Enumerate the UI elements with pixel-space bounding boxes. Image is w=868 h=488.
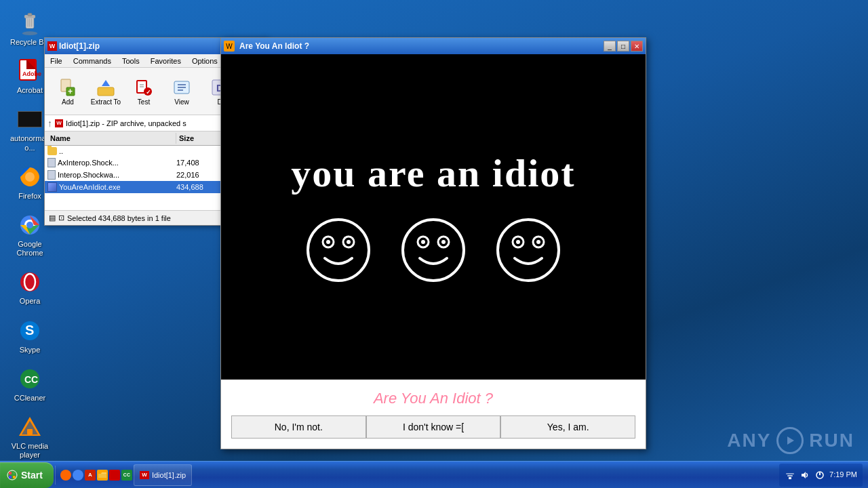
idiot-maximize-button[interactable]: □	[617, 41, 629, 52]
vlc-icon	[16, 413, 43, 441]
menu-commands[interactable]: Commands	[71, 57, 114, 65]
autonormatio-icon	[16, 106, 43, 133]
winrar-status-icon1: ▤	[49, 214, 56, 222]
desktop-icon-opera[interactable]: Opera	[7, 266, 53, 308]
tray-volume-icon	[800, 470, 810, 481]
desktop-icon-skype[interactable]: S Skype	[7, 314, 53, 357]
chrome-icon	[16, 211, 43, 239]
no-button[interactable]: No, I'm not.	[231, 415, 366, 439]
file-size-cell: 434,688	[176, 183, 224, 191]
svg-rect-61	[13, 476, 16, 479]
svg-marker-56	[787, 436, 794, 445]
svg-rect-28	[98, 87, 114, 96]
tray-network-icon	[785, 470, 795, 481]
acrobat-label: Acrobat	[17, 86, 43, 95]
svg-text:S: S	[25, 323, 34, 338]
start-button[interactable]: Start	[0, 462, 54, 488]
col-name[interactable]: Name	[47, 133, 176, 144]
exe-icon	[47, 182, 57, 192]
ccleaner-icon: CC	[16, 365, 43, 392]
svg-rect-58	[9, 472, 12, 474]
desktop-icon-vlc[interactable]: VLC media player	[7, 411, 53, 462]
firefox-icon	[16, 163, 43, 190]
anyrun-play-icon	[776, 427, 804, 454]
svg-rect-59	[13, 472, 16, 474]
opera-label: Opera	[20, 297, 41, 306]
taskbar-separator	[55, 466, 56, 485]
svg-text:Adobe: Adobe	[22, 70, 41, 77]
taskbar-right: 7:19 PM	[779, 464, 868, 487]
menu-tools[interactable]: Tools	[119, 57, 142, 65]
opera-icon	[16, 268, 43, 296]
toolbar-add-label: Add	[62, 98, 74, 106]
ccleaner-label: CCleaner	[14, 394, 45, 403]
folder-icon	[47, 147, 57, 155]
desktop-icon-ccleaner[interactable]: CC CCleaner	[7, 363, 53, 405]
idiot-black-area: you are an idiot	[221, 54, 646, 380]
start-button-label: Start	[21, 470, 43, 481]
svg-point-54	[516, 240, 520, 244]
idiot-title-icon: W	[224, 41, 235, 52]
toolbar-extractto-label: Extract To	[91, 98, 121, 106]
clock: 7:19 PM	[829, 470, 857, 479]
idiot-main-text: you are an idiot	[291, 150, 575, 196]
svg-point-45	[347, 240, 351, 244]
idiot-close-button[interactable]: ✕	[631, 41, 643, 52]
idiot-window: W Are You An Idiot ? _ □ ✕ you are an id…	[220, 37, 646, 449]
idiot-buttons-row: No, I'm not. I don't know =[ Yes, I am.	[231, 415, 635, 439]
toolbar-add-icon: +	[57, 77, 79, 98]
desktop: Recycle Bin Adobe Acrobat autonormatio..…	[0, 0, 868, 488]
toolbar-test-icon: ✓	[133, 77, 155, 98]
svg-rect-62	[789, 477, 791, 479]
toolbar-add-button[interactable]: + Add	[50, 75, 85, 107]
toolbar-view-button[interactable]: View	[164, 75, 199, 107]
taskbar-winrar-label: Idiot[1].zip	[152, 471, 186, 479]
anyrun-run-text: RUN	[809, 430, 854, 451]
anyrun-watermark: ANY RUN	[727, 427, 854, 454]
file-name-text: ..	[59, 147, 63, 155]
smiley-face-2	[399, 216, 467, 284]
firefox-label: Firefox	[18, 192, 41, 201]
menu-options[interactable]: Options	[189, 57, 220, 65]
svg-text:✓: ✓	[146, 89, 151, 96]
idiot-titlebar: W Are You An Idiot ? _ □ ✕	[221, 38, 646, 54]
svg-rect-60	[9, 476, 12, 479]
dontknow-button[interactable]: I don't know =[	[366, 415, 501, 439]
idiot-minimize-button[interactable]: _	[604, 41, 616, 52]
svg-point-0	[22, 31, 38, 35]
idiot-window-content: you are an idiot	[221, 54, 646, 449]
taskbar-apps: A CC W Idiot[1].zip	[60, 464, 192, 486]
yes-button[interactable]: Yes, I am.	[500, 415, 635, 439]
svg-rect-64	[786, 473, 794, 474]
anyrun-text: ANY	[727, 430, 771, 451]
winrar-status-icon2: ⊡	[58, 214, 64, 222]
recycle-bin-icon	[16, 9, 43, 37]
smiley-row	[304, 216, 562, 284]
svg-rect-63	[787, 475, 793, 476]
taskbar-folder-icon	[97, 470, 108, 481]
toolbar-test-label: Test	[138, 98, 150, 106]
col-size[interactable]: Size	[176, 133, 224, 144]
menu-favorites[interactable]: Favorites	[148, 57, 184, 65]
svg-point-16	[20, 272, 39, 291]
svg-point-15	[26, 222, 33, 228]
svg-point-50	[441, 240, 446, 244]
svg-point-41	[308, 220, 369, 281]
toolbar-extractto-button[interactable]: Extract To	[88, 75, 123, 107]
svg-marker-65	[802, 472, 806, 479]
smiley-face-3	[494, 216, 562, 284]
windows-logo-icon	[7, 470, 18, 481]
taskbar-winrar-app[interactable]: W Idiot[1].zip	[134, 464, 192, 486]
winrar-title-text: Idiot[1].zip	[59, 41, 223, 51]
smiley-face-1	[304, 216, 372, 284]
file-name-cell: Interop.Shockwa...	[47, 170, 176, 180]
taskbar: Start A CC W Idiot[1].	[0, 461, 868, 488]
toolbar-test-button[interactable]: ✓ Test	[126, 75, 161, 107]
winrar-status-text: Selected 434,688 bytes in 1 file	[67, 214, 171, 222]
menu-file[interactable]: File	[47, 57, 65, 65]
svg-point-55	[536, 240, 540, 244]
acrobat-icon: Adobe	[16, 58, 43, 85]
winrar-path-icon: W	[55, 119, 63, 127]
toolbar-view-label: View	[174, 98, 189, 106]
toolbar-extractto-icon	[95, 77, 117, 98]
